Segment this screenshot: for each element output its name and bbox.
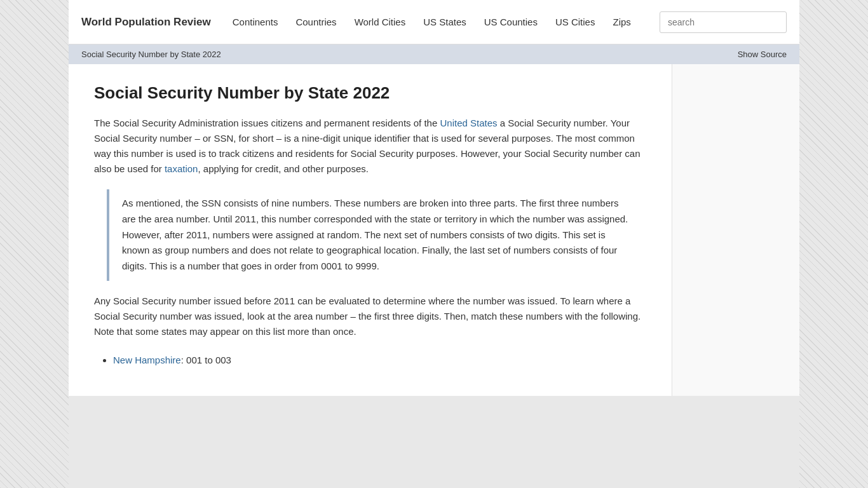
breadcrumb-bar: Social Security Number by State 2022 Sho… — [69, 44, 799, 64]
nav-link-countries[interactable]: Countries — [287, 17, 345, 27]
nav-left: World Population Review Continents Count… — [81, 16, 640, 29]
blockquote-text: As mentioned, the SSN consists of nine n… — [122, 196, 634, 274]
article-paragraph-1: The Social Security Administration issue… — [94, 116, 646, 177]
sidebar — [672, 64, 799, 396]
paragraph1-part1: The Social Security Administration issue… — [94, 118, 440, 128]
nav-brand[interactable]: World Population Review — [81, 16, 211, 29]
show-source-link[interactable]: Show Source — [738, 50, 787, 59]
main-content: Social Security Number by State 2022 The… — [69, 64, 672, 396]
nav-link-zips[interactable]: Zips — [604, 17, 639, 27]
breadcrumb: Social Security Number by State 2022 — [81, 50, 221, 59]
content-wrapper: Social Security Number by State 2022 The… — [69, 64, 799, 396]
blockquote: As mentioned, the SSN consists of nine n… — [107, 189, 646, 281]
article-title: Social Security Number by State 2022 — [94, 83, 646, 103]
right-decoration — [799, 0, 868, 488]
article-paragraph-2: Any Social Security number issued before… — [94, 294, 646, 339]
header: World Population Review Continents Count… — [69, 0, 799, 44]
nav-link-us-states[interactable]: US States — [414, 17, 475, 27]
article-list: New Hampshire: 001 to 003 — [94, 352, 646, 369]
paragraph1-part3: , applying for credit, and other purpose… — [198, 163, 369, 174]
united-states-link[interactable]: United States — [440, 118, 497, 128]
nav-link-world-cities[interactable]: World Cities — [346, 17, 415, 27]
nav-link-us-counties[interactable]: US Counties — [475, 17, 546, 27]
nav-link-continents[interactable]: Continents — [224, 17, 287, 27]
list-item: New Hampshire: 001 to 003 — [113, 352, 646, 369]
nav-links: Continents Countries World Cities US Sta… — [224, 17, 640, 27]
nav-link-us-cities[interactable]: US Cities — [546, 17, 604, 27]
taxation-link[interactable]: taxation — [165, 163, 198, 174]
search-input[interactable] — [660, 11, 787, 33]
list-item-range: : 001 to 003 — [181, 355, 231, 365]
new-hampshire-link[interactable]: New Hampshire — [113, 355, 181, 365]
left-decoration — [0, 0, 69, 488]
